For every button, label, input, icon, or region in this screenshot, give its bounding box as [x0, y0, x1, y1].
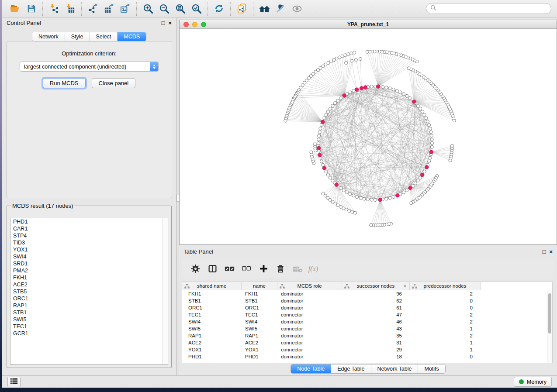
zoom-selected-icon[interactable]: [190, 2, 203, 15]
table-cell: STB1: [182, 297, 242, 304]
delete-icon[interactable]: [273, 261, 288, 276]
toolbar-group: [253, 2, 308, 16]
mcds-result-item[interactable]: PMA2: [10, 267, 168, 274]
export-image-icon[interactable]: [118, 2, 132, 15]
minimize-window-icon[interactable]: [192, 22, 197, 27]
column-header-successor-nodes[interactable]: successor nodes: [342, 282, 410, 290]
table-row[interactable]: RAP1RAP1dominator352: [182, 332, 552, 339]
table-cell: ORC1: [242, 304, 277, 311]
toolbar-group: [81, 2, 136, 16]
tab-network-table[interactable]: Network Table: [371, 364, 418, 373]
column-header-name[interactable]: name: [242, 282, 277, 290]
refresh-layout-icon[interactable]: [212, 2, 226, 15]
close-panel-button[interactable]: Close panel: [92, 78, 136, 88]
settings-icon[interactable]: [188, 261, 203, 276]
column-header-predecessor-nodes[interactable]: predecessor nodes: [410, 282, 481, 290]
run-mcds-button[interactable]: Run MCDS: [43, 78, 86, 88]
search-box[interactable]: [426, 3, 551, 14]
network-canvas[interactable]: [180, 29, 557, 244]
table-cell: 0: [410, 304, 481, 311]
mcds-result-item[interactable]: STP4: [10, 232, 168, 239]
close-window-icon[interactable]: [183, 22, 189, 27]
table-row[interactable]: TEC1TEC1connector472: [182, 311, 552, 318]
mcds-result-item[interactable]: STB1: [10, 309, 168, 316]
mcds-result-item[interactable]: GCR1: [10, 330, 168, 337]
task-history-button[interactable]: [7, 377, 21, 387]
zoom-out-icon[interactable]: [157, 2, 171, 15]
import-network-icon[interactable]: [47, 2, 61, 15]
network-titlebar[interactable]: YPA_prune.txt_1: [180, 20, 557, 29]
table-row[interactable]: PHD1PHD1dominator180: [182, 353, 552, 360]
float-icon[interactable]: □: [543, 249, 546, 254]
sort-caret-icon: [404, 285, 406, 287]
tab-select[interactable]: Select: [90, 32, 118, 41]
tab-edge-table[interactable]: Edge Table: [331, 364, 370, 373]
node-table[interactable]: shared namenameMCDS rolesuccessor nodesp…: [182, 282, 553, 363]
mcds-result-item[interactable]: CAR1: [10, 225, 168, 232]
tab-style[interactable]: Style: [65, 32, 90, 41]
tab-motifs[interactable]: Motifs: [418, 364, 445, 373]
table-cell: dominator: [277, 332, 342, 339]
maximize-window-icon[interactable]: [201, 22, 206, 27]
add-icon[interactable]: [256, 261, 271, 276]
table-row[interactable]: ORC1ORC1dominator610: [182, 304, 552, 311]
column-header-shared-name[interactable]: shared name: [182, 282, 242, 290]
table-scrollbar[interactable]: [547, 291, 552, 363]
table-cell: SWI5: [182, 325, 242, 332]
mcds-result-item[interactable]: PHD1: [10, 218, 168, 225]
mcds-result-item[interactable]: TEC1: [10, 323, 168, 330]
search-input[interactable]: [439, 6, 547, 12]
export-table-icon[interactable]: [102, 2, 116, 15]
table-cell: 29: [342, 346, 410, 353]
mcds-result-item[interactable]: YOX1: [10, 246, 168, 253]
table-cell: STB1: [242, 297, 277, 304]
export-network-icon[interactable]: [86, 2, 100, 15]
mcds-result-item[interactable]: SWI4: [10, 253, 168, 260]
mcds-result-item[interactable]: SWI5: [10, 316, 168, 323]
table-row[interactable]: FKH1FKH1dominator962: [182, 290, 552, 297]
zoom-fit-icon[interactable]: [173, 2, 187, 15]
tab-node-table[interactable]: Node Table: [291, 364, 331, 373]
clone-network-icon[interactable]: [235, 2, 249, 15]
select-all-icon[interactable]: [222, 261, 237, 276]
tab-network[interactable]: Network: [32, 32, 65, 41]
deselect-icon[interactable]: [239, 261, 254, 276]
table-row[interactable]: SWI5SWI5connector431: [182, 325, 552, 332]
save-session-icon[interactable]: [24, 2, 38, 15]
mcds-result-item[interactable]: ACE2: [10, 281, 168, 288]
close-icon[interactable]: ×: [549, 249, 553, 254]
mcds-result-item[interactable]: SRD1: [10, 260, 168, 267]
table-cell: ORC1: [182, 304, 242, 311]
mcds-result-item[interactable]: FKH1: [10, 274, 168, 281]
scrollbar-thumb[interactable]: [548, 293, 551, 334]
list-scrollbar[interactable]: [162, 218, 168, 364]
open-file-icon[interactable]: [8, 2, 22, 15]
float-icon[interactable]: □: [162, 20, 165, 26]
task-list-icon: [9, 377, 19, 387]
table-row[interactable]: SWI4SWI4dominator462: [182, 318, 552, 325]
table-cell: YOX1: [242, 346, 277, 353]
mcds-result-item[interactable]: TID3: [10, 239, 168, 246]
memory-button[interactable]: Memory: [514, 377, 552, 387]
column-header-mcds-role[interactable]: MCDS role: [277, 282, 342, 290]
first-neighbors-icon[interactable]: [258, 2, 271, 15]
control-panel-title: Control Panel: [7, 20, 41, 26]
graphics-details-icon[interactable]: [274, 2, 287, 15]
table-row[interactable]: YOX1YOX1connector291: [182, 346, 552, 353]
tab-mcds[interactable]: MCDS: [117, 32, 146, 41]
table-row[interactable]: STB1STB1dominator620: [182, 297, 552, 304]
mcds-result-item[interactable]: RAP1: [10, 302, 168, 309]
table-cell: 2: [410, 290, 481, 297]
columns-icon[interactable]: [205, 261, 220, 276]
table-row[interactable]: ACE2ACE2connector311: [182, 339, 552, 346]
table-cell: 43: [342, 325, 410, 332]
mcds-result-item[interactable]: ORC1: [10, 295, 168, 302]
mcds-result-item[interactable]: STB5: [10, 288, 168, 295]
mcds-result-list[interactable]: PHD1CAR1STP4TID3YOX1SWI4SRD1PMA2FKH1ACE2…: [10, 218, 168, 364]
close-icon[interactable]: ×: [168, 20, 172, 26]
table-cell: RAP1: [242, 332, 277, 339]
import-table-icon[interactable]: [63, 2, 77, 15]
eye-icon[interactable]: [290, 2, 304, 15]
zoom-in-icon[interactable]: [141, 2, 155, 15]
criterion-select[interactable]: largest connected component (undirected): [20, 62, 159, 72]
